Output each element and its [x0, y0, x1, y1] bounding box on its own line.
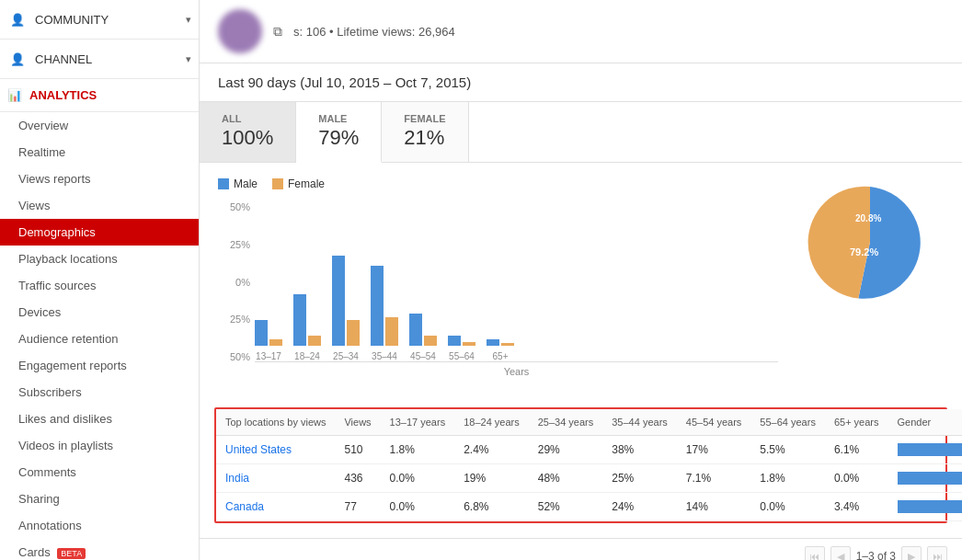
location-cell[interactable]: India [216, 464, 335, 493]
header-stats: s: 106 • Lifetime views: 26,964 [293, 25, 455, 39]
chart-legend: Male Female [218, 177, 778, 190]
sidebar-item-realtime[interactable]: Realtime [0, 139, 199, 166]
chevron-down-icon: ▾ [186, 14, 191, 26]
bar-female [269, 339, 282, 346]
mini-bar-male [898, 500, 962, 513]
c7-cell: 3.4% [825, 493, 888, 521]
sidebar-item-devices[interactable]: Devices [0, 299, 199, 326]
sidebar-item-cards[interactable]: Cards BETA [0, 539, 199, 560]
x-label: 65+ [493, 351, 509, 361]
sidebar-item-traffic-sources[interactable]: Traffic sources [0, 272, 199, 299]
c5-cell: 7.1% [677, 464, 751, 493]
legend-female: Female [272, 177, 325, 190]
channel-icon: 👤 [7, 49, 28, 69]
sidebar-item-likes-dislikes[interactable]: Likes and dislikes [0, 406, 199, 432]
sidebar-item-comments[interactable]: Comments [0, 459, 199, 486]
first-page-button[interactable]: ⏮ [805, 546, 825, 560]
legend-male-label: Male [234, 177, 258, 190]
page-info: 1–3 of 3 [856, 550, 896, 560]
c2-cell: 19% [454, 464, 529, 493]
c3-cell: 29% [529, 436, 603, 464]
prev-page-button[interactable]: ◀ [830, 546, 851, 560]
col-35-44: 35–44 years [602, 409, 677, 436]
analytics-header[interactable]: 📊 ANALYTICS [0, 79, 199, 112]
sidebar-item-demographics[interactable]: Demographics [0, 219, 199, 246]
bar-group: 35–44 [371, 266, 398, 361]
mini-bar-male [898, 443, 962, 456]
sidebar-item-views[interactable]: Views [0, 192, 199, 219]
c7-cell: 6.1% [825, 436, 888, 464]
sidebar-item-engagement-reports[interactable]: Engagement reports [0, 352, 199, 379]
date-range: Last 90 days (Jul 10, 2015 – Oct 7, 2015… [200, 63, 962, 102]
gender-tabs: ALL 100% MALE 79% FEMALE 21% [200, 102, 962, 163]
bar-group: 65+ [487, 339, 514, 361]
analytics-label: ANALYTICS [29, 88, 97, 102]
col-views: Views [335, 409, 380, 436]
c5-cell: 17% [677, 436, 751, 464]
sidebar-item-views-reports[interactable]: Views reports [0, 166, 199, 192]
x-label: 13–17 [256, 351, 281, 361]
chart-area: Male Female 50% 25% 0% 25% 50% 13–1718–2… [200, 163, 962, 400]
copy-icon[interactable]: ⧉ [273, 24, 282, 40]
gender-cell [888, 464, 962, 493]
male-tab-label: MALE [318, 113, 359, 124]
bar-group: 13–17 [255, 320, 282, 361]
channel-label: CHANNEL [35, 52, 92, 66]
female-tab-value: 21% [404, 126, 445, 150]
pie-chart: 79.2% 20.8% [806, 177, 934, 306]
table-row: Canada 77 0.0% 6.8% 52% 24% 14% 0.0% 3.4… [216, 493, 962, 521]
c6-cell: 5.5% [750, 436, 825, 464]
c4-cell: 25% [602, 464, 677, 493]
c1-cell: 1.8% [381, 436, 455, 464]
sidebar-item-overview[interactable]: Overview [0, 112, 199, 139]
pagination: ⏮ ◀ 1–3 of 3 ▶ ⏭ [200, 538, 962, 560]
col-18-24: 18–24 years [454, 409, 529, 436]
sidebar-item-subscribers[interactable]: Subscribers [0, 379, 199, 406]
sidebar: 👤 COMMUNITY ▾ 👤 CHANNEL ▾ 📊 ANALYTICS Ov… [0, 0, 200, 560]
person-icon: 👤 [7, 9, 28, 29]
sidebar-community[interactable]: 👤 COMMUNITY ▾ [0, 0, 199, 40]
sidebar-item-playback-locations[interactable]: Playback locations [0, 246, 199, 272]
bar-male [332, 256, 345, 346]
bar-group: 45–54 [409, 314, 437, 361]
locations-table: Top locations by views Views 13–17 years… [216, 409, 962, 521]
beta-badge: BETA [57, 548, 86, 559]
location-cell[interactable]: Canada [216, 493, 335, 521]
chart-inner: 13–1718–2425–3435–4445–5455–6465+ [255, 201, 778, 362]
col-25-34: 25–34 years [529, 409, 603, 436]
col-55-64: 55–64 years [750, 409, 825, 436]
sidebar-item-sharing[interactable]: Sharing [0, 486, 199, 512]
female-color [272, 178, 283, 189]
next-page-button[interactable]: ▶ [901, 546, 922, 560]
c2-cell: 6.8% [454, 493, 529, 521]
male-tab-value: 79% [318, 126, 359, 150]
c1-cell: 0.0% [381, 464, 455, 493]
location-cell[interactable]: United States [216, 436, 335, 464]
all-tab-value: 100% [222, 126, 273, 150]
sidebar-item-videos-in-playlists[interactable]: Videos in playlists [0, 432, 199, 459]
table-row: United States 510 1.8% 2.4% 29% 38% 17% … [216, 436, 962, 464]
sidebar-channel[interactable]: 👤 CHANNEL ▾ [0, 40, 199, 79]
tab-male[interactable]: MALE 79% [296, 102, 382, 163]
bar-chart: 50% 25% 0% 25% 50% 13–1718–2425–3435–444… [218, 201, 778, 385]
last-page-button[interactable]: ⏭ [927, 546, 947, 560]
bar-group: 25–34 [332, 256, 360, 361]
mini-bar-male [898, 472, 962, 485]
female-tab-label: FEMALE [404, 113, 445, 124]
tab-empty [469, 102, 962, 162]
bar-female [385, 317, 398, 346]
c4-cell: 38% [602, 436, 677, 464]
y-labels: 50% 25% 0% 25% 50% [218, 201, 255, 362]
male-color [218, 178, 229, 189]
bar-male [448, 336, 461, 346]
tab-all[interactable]: ALL 100% [200, 102, 296, 162]
tab-female[interactable]: FEMALE 21% [382, 102, 468, 162]
bar-female [424, 336, 437, 346]
sidebar-item-audience-retention[interactable]: Audience retention [0, 326, 199, 352]
svg-text:79.2%: 79.2% [850, 246, 878, 257]
x-label: 18–24 [294, 351, 320, 361]
views-cell: 77 [335, 493, 380, 521]
bar-male [487, 339, 499, 346]
sidebar-item-annotations[interactable]: Annotations [0, 512, 199, 539]
data-table-section: Top locations by views Views 13–17 years… [214, 407, 947, 523]
